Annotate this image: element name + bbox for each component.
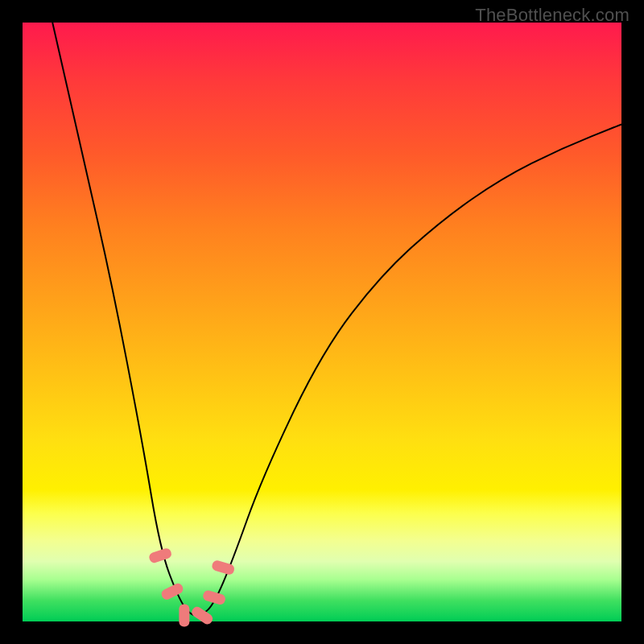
highlight-marker [148, 547, 173, 564]
bottleneck-curve [52, 23, 621, 616]
highlight-marker [190, 605, 215, 625]
highlight-marker [179, 605, 189, 627]
chart-area [23, 23, 621, 621]
highlight-marker [202, 589, 227, 605]
bottleneck-plot [23, 23, 621, 621]
highlight-marker [160, 582, 185, 601]
